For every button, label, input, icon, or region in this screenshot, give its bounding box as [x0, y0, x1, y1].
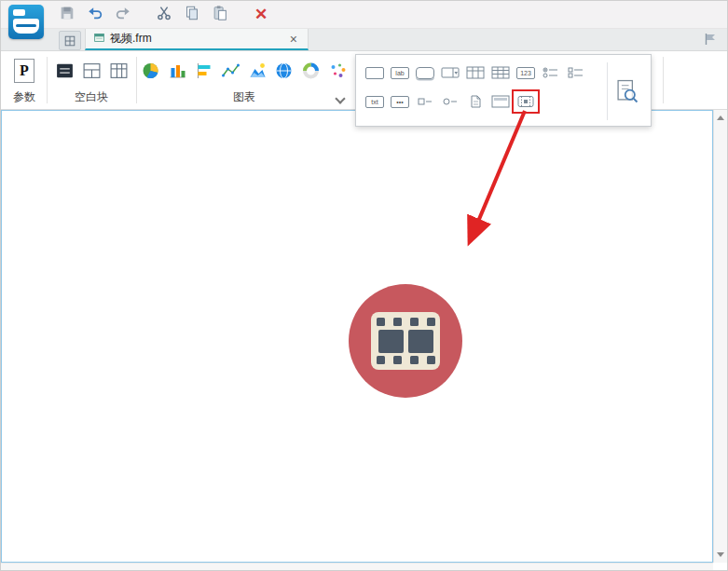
ribbon-separator	[663, 57, 664, 103]
paste-button[interactable]	[208, 4, 232, 26]
group-label-parameter: 参数	[5, 89, 44, 105]
main-toolbar: ✕	[1, 1, 727, 29]
vertical-scrollbar[interactable]	[713, 110, 727, 563]
app-logo-icon[interactable]	[8, 5, 44, 39]
scroll-down-icon[interactable]	[717, 552, 724, 557]
paste-icon	[212, 5, 228, 24]
palette-video-icon[interactable]	[515, 92, 537, 111]
scroll-up-icon[interactable]	[717, 116, 724, 120]
form-file-icon	[93, 32, 105, 47]
logo-shape	[16, 24, 36, 27]
group-label-blank-block: 空白块	[49, 89, 133, 105]
ribbon-separator	[136, 57, 137, 103]
split-rows-block-icon[interactable]	[79, 59, 103, 83]
ribbon-group-chart: 图表	[139, 51, 350, 109]
palette-checkbox-group-icon[interactable]	[565, 63, 587, 82]
palette-query-icon[interactable]	[613, 77, 639, 105]
palette-table-icon[interactable]	[464, 63, 487, 82]
pin-flag-icon[interactable]	[703, 32, 720, 48]
palette-file-icon[interactable]	[464, 92, 487, 111]
widget-palette: lab 123 txt •••	[355, 54, 652, 127]
palette-button-icon[interactable]	[414, 63, 436, 82]
map-globe-icon[interactable]	[272, 59, 296, 83]
palette-radio-group-icon[interactable]	[540, 63, 562, 82]
horizontal-scrollbar[interactable]	[1, 563, 713, 570]
palette-divider	[607, 62, 608, 120]
redo-button[interactable]	[111, 4, 135, 26]
chevron-down-icon[interactable]	[337, 95, 344, 102]
chart-icons	[139, 59, 350, 83]
palette-password-icon[interactable]: •••	[389, 92, 411, 111]
palette-textfield-icon[interactable]	[364, 63, 386, 82]
tab-video-frm[interactable]: 视频.frm ×	[85, 29, 309, 50]
palette-iframe-icon[interactable]	[489, 92, 512, 111]
logo-shape	[13, 9, 25, 16]
scatter-chart-icon[interactable]	[325, 59, 350, 83]
video-widget[interactable]	[345, 280, 466, 401]
redo-icon	[115, 5, 131, 24]
tab-label: 视频.frm	[110, 31, 152, 47]
undo-icon	[87, 5, 103, 24]
column-chart-icon[interactable]	[166, 59, 190, 83]
palette-checkbox-icon[interactable]	[414, 92, 436, 111]
palette-radio-icon[interactable]	[439, 92, 461, 111]
area-chart-icon[interactable]	[246, 59, 270, 83]
app-window: ✕ 视频.frm × P 参数	[0, 0, 728, 571]
parameter-letter: P	[20, 62, 29, 79]
ribbon-group-blank-block: 空白块	[49, 51, 133, 109]
delete-button[interactable]: ✕	[249, 4, 273, 26]
undo-button[interactable]	[83, 4, 107, 26]
palette-detail-grid-icon[interactable]	[489, 63, 512, 82]
tab-close-icon[interactable]: ×	[287, 33, 300, 46]
textfield-frame	[365, 67, 384, 79]
palette-textarea-icon[interactable]: txt	[364, 92, 386, 111]
palette-number-icon[interactable]: 123	[515, 63, 537, 82]
password-frame: •••	[391, 96, 409, 108]
palette-combobox-icon[interactable]	[439, 63, 461, 82]
tab-bar: 视频.frm ×	[1, 29, 727, 51]
report-block-icon[interactable]	[52, 59, 76, 83]
gauge-donut-icon[interactable]	[299, 59, 323, 83]
ribbon-separator	[47, 57, 48, 103]
textarea-frame: txt	[365, 96, 384, 108]
template-grid-icon[interactable]	[59, 31, 81, 50]
save-icon	[59, 5, 76, 24]
copy-icon	[184, 5, 200, 24]
number-frame: 123	[516, 67, 535, 79]
palette-label-icon[interactable]: lab	[389, 63, 411, 82]
palette-row-2: txt •••	[364, 92, 537, 111]
label-frame: lab	[391, 67, 409, 79]
palette-row-1: lab 123	[364, 63, 587, 82]
parameter-pane-button[interactable]: P	[14, 59, 34, 83]
pie-chart-icon[interactable]	[139, 59, 163, 83]
bar-chart-icon[interactable]	[192, 59, 216, 83]
blank-block-icons	[49, 59, 133, 83]
button-frame	[416, 67, 434, 79]
line-chart-icon[interactable]	[219, 59, 243, 83]
scissors-icon	[156, 5, 172, 24]
ribbon-group-parameter: P 参数	[5, 51, 44, 109]
group-label-chart: 图表	[139, 89, 350, 105]
cut-button[interactable]	[152, 4, 176, 26]
save-button[interactable]	[55, 4, 79, 26]
copy-button[interactable]	[180, 4, 204, 26]
delete-icon: ✕	[254, 7, 268, 22]
split-cols-block-icon[interactable]	[106, 59, 130, 83]
